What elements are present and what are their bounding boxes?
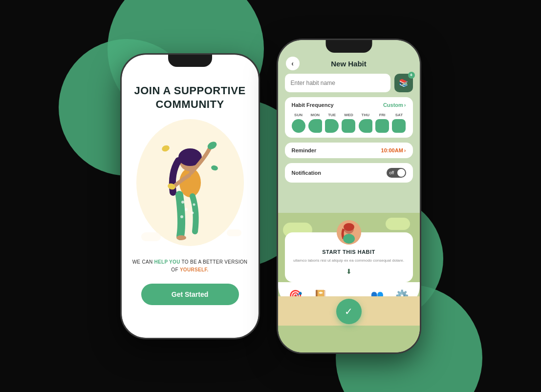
join-title: JOIN A SUPPORTIVE COMMUNITY	[131, 84, 249, 112]
get-started-button[interactable]: Get Started	[141, 284, 239, 305]
day-fri[interactable]: FRI	[375, 113, 389, 133]
notification-label: Notification	[292, 170, 322, 176]
frequency-label: Habit Frequency	[292, 102, 334, 108]
cloud-small	[141, 232, 161, 241]
day-circle-tue	[325, 119, 339, 133]
reminder-chevron: ›	[404, 147, 406, 153]
day-mon[interactable]: MON	[308, 113, 322, 133]
phone-left: JOIN A SUPPORTIVE COMMUNITY	[122, 55, 259, 338]
start-habit-card: START THIS HABIT ullamco laboris nisi ut…	[285, 232, 413, 282]
day-circle-sun	[292, 119, 305, 133]
subtitle-highlight1: HELP YOU	[154, 259, 180, 265]
frequency-value: Custom	[383, 102, 403, 108]
habit-input-row: 📚 +	[285, 74, 413, 92]
app-content: 📚 + Habit Frequency Custom ›	[278, 74, 420, 213]
days-row: SUN MON TUE WED	[292, 113, 406, 133]
svg-point-16	[343, 234, 355, 244]
subtitle-highlight2: YOURSELF.	[180, 267, 209, 272]
notification-card: Notification off	[285, 163, 413, 183]
screen-right: ‹ New Habit 📚 + Habit Frequency	[278, 40, 420, 352]
green-scene-inner: START THIS HABIT ullamco laboris nisi ut…	[278, 213, 420, 352]
svg-point-4	[185, 208, 188, 211]
avatar-circle	[337, 220, 361, 245]
app-title: New Habit	[331, 60, 367, 68]
frequency-custom[interactable]: Custom ›	[383, 102, 406, 108]
habit-name-input[interactable]	[285, 74, 390, 92]
plus-badge: +	[408, 72, 415, 79]
screen-left: JOIN A SUPPORTIVE COMMUNITY	[122, 55, 259, 338]
svg-point-5	[180, 215, 183, 218]
back-button[interactable]: ‹	[286, 57, 300, 70]
day-sat[interactable]: SAT	[392, 113, 406, 133]
svg-point-7	[191, 211, 194, 214]
day-tue[interactable]: TUE	[325, 113, 339, 133]
fab-check-button[interactable]: ✓	[336, 299, 362, 324]
day-circle-thu	[359, 119, 372, 133]
reminder-value: 10:00AM	[381, 147, 403, 153]
cloud-tiny	[227, 229, 241, 236]
cloud-right	[386, 218, 410, 230]
day-circle-wed	[342, 119, 355, 133]
svg-point-9	[176, 235, 186, 240]
day-wed[interactable]: WED	[342, 113, 355, 133]
notch-left	[168, 55, 212, 67]
down-arrow-icon: ⬇	[346, 268, 352, 275]
toggle-off-label: off	[390, 170, 394, 175]
toggle-thumb	[397, 169, 405, 177]
dancer-illustration	[151, 124, 229, 241]
avatar-illustration	[337, 220, 361, 245]
subtitle-part1: WE CAN	[132, 259, 154, 265]
green-scene: START THIS HABIT ullamco laboris nisi ut…	[278, 213, 420, 352]
phones-container: JOIN A SUPPORTIVE COMMUNITY	[122, 40, 420, 352]
illustration-area	[136, 119, 244, 246]
reminder-label: Reminder	[292, 147, 317, 153]
book-icon: 📚	[399, 78, 409, 87]
svg-point-15	[344, 223, 354, 231]
get-started-label: Get Started	[172, 290, 208, 298]
day-circle-mon	[308, 119, 322, 133]
fab-check-icon: ✓	[345, 306, 353, 317]
reminder-time[interactable]: 10:00AM ›	[381, 147, 406, 153]
toggle-track: off	[387, 168, 406, 178]
day-circle-fri	[375, 119, 389, 133]
phone-right: ‹ New Habit 📚 + Habit Frequency	[278, 40, 420, 352]
start-habit-description: ullamco laboris nisi ut aliquip ex ea co…	[293, 258, 404, 264]
frequency-card: Habit Frequency Custom › SUN MON	[285, 97, 413, 138]
day-sun[interactable]: SUN	[292, 113, 305, 133]
add-icon-button[interactable]: 📚 +	[394, 74, 413, 92]
svg-point-11	[161, 144, 170, 152]
back-icon: ‹	[291, 60, 294, 67]
svg-point-3	[181, 201, 184, 204]
day-thu[interactable]: THU	[359, 113, 372, 133]
day-circle-sat	[392, 119, 406, 133]
start-habit-title: START THIS HABIT	[322, 249, 375, 255]
notch-right	[325, 40, 372, 53]
frequency-row: Habit Frequency Custom ›	[292, 102, 406, 108]
svg-point-12	[210, 165, 218, 171]
frequency-chevron: ›	[404, 102, 406, 108]
subtitle: WE CAN HELP YOU TO BE A BETTER VERSION O…	[131, 258, 249, 274]
reminder-card: Reminder 10:00AM ›	[285, 143, 413, 158]
svg-point-6	[193, 203, 195, 206]
notification-toggle[interactable]: off	[387, 168, 406, 178]
